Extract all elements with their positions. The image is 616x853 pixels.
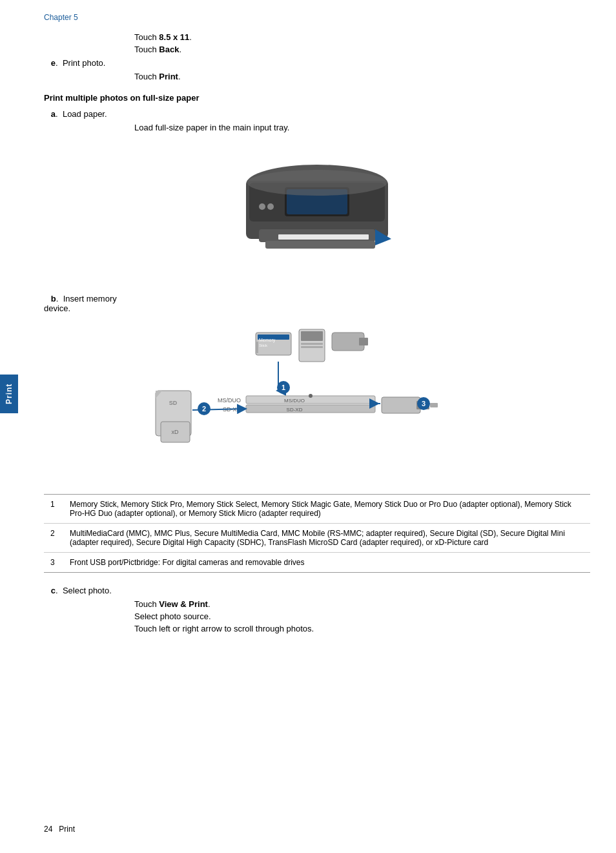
printer-image xyxy=(44,145,590,274)
svg-point-10 xyxy=(259,203,265,210)
step-c-letter: c. Select photo. xyxy=(44,586,134,595)
svg-rect-22 xyxy=(359,338,368,345)
section-heading: Print multiple photos on full-size paper xyxy=(44,93,590,103)
table-cell-num: 3 xyxy=(44,553,63,573)
table-cell-num: 1 xyxy=(44,495,63,524)
svg-text:3: 3 xyxy=(422,400,426,407)
step-c-line1: Touch View & Print. xyxy=(134,599,590,609)
step-b: b. Insert memory device. xyxy=(44,294,590,313)
svg-text:SD-XD: SD-XD xyxy=(287,407,303,413)
table-cell-desc: Front USB port/Pictbridge: For digital c… xyxy=(63,553,590,573)
page-footer: 24 Print xyxy=(18,825,616,834)
intro-touch-back: Touch Back. xyxy=(134,45,590,54)
svg-point-11 xyxy=(267,203,274,210)
page-number: 24 xyxy=(44,825,52,834)
step-a: a. Load paper. xyxy=(44,109,590,119)
step-e-letter: e. Print photo. xyxy=(44,58,134,68)
svg-rect-43 xyxy=(382,397,420,413)
svg-rect-9 xyxy=(265,241,375,249)
svg-text:MS/DUO: MS/DUO xyxy=(284,398,305,404)
table-cell-desc: Memory Stick, Memory Stick Pro, Memory S… xyxy=(63,495,590,524)
footer-label: Print xyxy=(59,825,75,834)
svg-point-5 xyxy=(247,170,387,196)
svg-rect-16 xyxy=(256,342,258,353)
svg-rect-18 xyxy=(301,331,323,341)
table-cell-desc: MultiMediaCard (MMC), MMC Plus, Secure M… xyxy=(63,524,590,553)
table-row: 2 MultiMediaCard (MMC), MMC Plus, Secure… xyxy=(44,524,590,553)
table-cell-num: 2 xyxy=(44,524,63,553)
svg-text:Memory: Memory xyxy=(259,338,276,343)
step-c-line2: Select photo source. xyxy=(134,611,590,621)
step-e-subline: Touch Print. xyxy=(134,72,590,81)
step-a-subline: Load full-size paper in the main input t… xyxy=(134,123,590,132)
table-row: 3 Front USB port/Pictbridge: For digital… xyxy=(44,553,590,573)
svg-text:xD: xD xyxy=(172,429,180,435)
side-tab-print: Print xyxy=(0,375,18,413)
step-b-letter: b. Insert memory device. xyxy=(44,294,134,313)
svg-rect-19 xyxy=(301,343,323,345)
step-a-letter: a. Load paper. xyxy=(44,109,134,119)
intro-touch-size: Touch 8.5 x 11. xyxy=(134,32,590,42)
step-c-line3: Touch left or right arrow to scroll thro… xyxy=(134,624,590,633)
svg-text:Stick: Stick xyxy=(259,344,268,347)
step-c: c. Select photo. xyxy=(44,586,590,595)
svg-rect-7 xyxy=(278,234,369,240)
svg-point-49 xyxy=(309,394,313,398)
svg-rect-45 xyxy=(430,403,438,407)
svg-rect-31 xyxy=(246,405,375,413)
chapter-header: Chapter 5 xyxy=(44,13,590,22)
svg-text:2: 2 xyxy=(202,405,206,413)
svg-rect-20 xyxy=(301,346,323,348)
svg-text:1: 1 xyxy=(282,384,285,391)
memory-device-diagram: Memory Stick xyxy=(44,326,590,481)
svg-text:SD: SD xyxy=(169,400,178,406)
step-e: e. Print photo. xyxy=(44,58,590,68)
svg-text:MS/DUO: MS/DUO xyxy=(218,397,241,404)
memory-table: 1 Memory Stick, Memory Stick Pro, Memory… xyxy=(44,494,590,573)
table-row: 1 Memory Stick, Memory Stick Pro, Memory… xyxy=(44,495,590,524)
